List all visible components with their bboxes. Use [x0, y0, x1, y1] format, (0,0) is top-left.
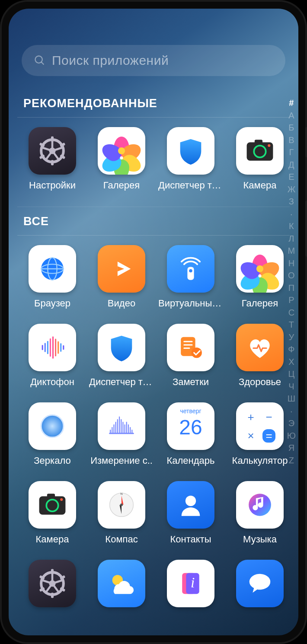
alpha-index-letter[interactable]: О [288, 271, 295, 280]
svg-rect-28 [45, 343, 46, 352]
app-camera[interactable]: Камера [20, 481, 85, 545]
power-button [305, 127, 307, 157]
alpha-index-scrollbar[interactable]: #АБВГДЕЖЗ·КЛМНОПРСТУФХЦЧШ·ЭЮЯZ [287, 99, 296, 465]
svg-line-78 [52, 583, 58, 592]
volume-button [305, 201, 307, 257]
app-label: Здоровье [239, 376, 281, 388]
app-phone-manager[interactable]: Диспетчер телефона [89, 324, 154, 388]
app-mirror[interactable]: Зеркало [20, 402, 85, 466]
alpha-index-letter[interactable]: Р [288, 296, 294, 304]
svg-rect-34 [60, 343, 61, 352]
video-icon [98, 245, 145, 293]
svg-rect-73 [51, 593, 54, 598]
alpha-index-letter[interactable]: В [288, 136, 294, 144]
alpha-index-letter[interactable]: Ц [288, 370, 294, 378]
svg-line-13 [46, 151, 52, 159]
app-contacts[interactable]: Контакты [158, 481, 223, 545]
alpha-index-letter[interactable]: М [288, 246, 295, 255]
alpha-index-letter[interactable]: Ж [288, 185, 295, 194]
svg-rect-58 [47, 494, 55, 497]
tips-icon: i [167, 560, 214, 607]
compass-icon: N [98, 481, 145, 529]
alpha-index-letter[interactable]: З [289, 197, 294, 206]
alpha-index-letter[interactable]: Е [288, 172, 294, 181]
sound-meter-icon [98, 402, 145, 450]
svg-point-40 [192, 348, 202, 358]
camera-icon [236, 127, 284, 175]
alpha-index-letter[interactable]: А [288, 111, 294, 120]
app-recorder[interactable]: Диктофон [20, 324, 85, 388]
alpha-index-letter[interactable]: К [289, 222, 294, 230]
alpha-index-letter[interactable]: Т [289, 320, 294, 329]
app-calculator[interactable]: +−×=Калькулятор [227, 402, 292, 466]
alpha-index-letter[interactable]: П [288, 284, 294, 292]
app-phone-manager[interactable]: Диспетчер телефона [158, 127, 223, 191]
app-camera[interactable]: Камера [227, 127, 292, 191]
app-remote[interactable]: Виртуальный пульт [158, 245, 223, 309]
app-label: Музыка [243, 534, 277, 545]
app-gallery[interactable]: Галерея [227, 245, 292, 309]
app-label: Видео [108, 298, 135, 309]
recorder-icon [29, 324, 76, 371]
app-browser[interactable]: Браузер [20, 245, 85, 309]
alpha-index-letter[interactable]: Я [288, 443, 294, 452]
app-label: Диспетчер телефона [89, 376, 154, 388]
alpha-index-letter[interactable]: Z [289, 456, 294, 465]
svg-rect-33 [58, 341, 59, 354]
svg-rect-38 [183, 344, 192, 345]
svg-rect-39 [183, 348, 190, 349]
app-messages[interactable]: Сообщения [227, 560, 292, 607]
app-settings[interactable]: Настройки [20, 560, 85, 607]
app-label: Измерение с.. [90, 455, 153, 466]
settings-icon [29, 127, 76, 175]
svg-point-66 [185, 496, 196, 506]
app-gallery[interactable]: Галерея [89, 127, 154, 191]
contacts-icon [167, 481, 214, 529]
svg-rect-27 [42, 345, 43, 350]
alpha-index-letter[interactable]: Л [288, 234, 294, 243]
app-weather[interactable]: Погода [89, 560, 154, 607]
alpha-index-letter[interactable]: Ш [288, 394, 295, 403]
phone-manager-icon [98, 324, 145, 371]
app-music[interactable]: Музыка [227, 481, 292, 545]
alpha-index-letter[interactable]: · [290, 407, 293, 415]
app-compass[interactable]: NКомпас [89, 481, 154, 545]
alpha-index-letter[interactable]: Ф [288, 345, 294, 354]
app-label: Камера [243, 180, 277, 191]
app-settings[interactable]: Настройки [20, 127, 85, 191]
alpha-index-letter[interactable]: Н [288, 259, 294, 268]
alpha-index-letter[interactable]: У [289, 333, 294, 341]
app-tips[interactable]: iСоветы [158, 560, 223, 607]
alpha-index-letter[interactable]: # [289, 99, 294, 107]
svg-text:i: i [191, 574, 195, 590]
svg-line-1 [42, 62, 44, 65]
app-label: Браузер [34, 298, 70, 309]
svg-point-0 [35, 56, 42, 63]
svg-point-60 [60, 498, 63, 501]
svg-rect-32 [55, 338, 56, 356]
svg-point-65 [120, 504, 123, 506]
app-video[interactable]: Видео [89, 245, 154, 309]
recommended-grid: НастройкиГалереяДиспетчер телефонаКамера [17, 118, 290, 204]
app-label: Настройки [29, 180, 76, 191]
alpha-index-letter[interactable]: С [288, 308, 294, 317]
alpha-index-letter[interactable]: Г [289, 148, 294, 156]
app-calendar[interactable]: четверг26Календарь [158, 402, 223, 466]
gallery-icon [236, 245, 284, 293]
alpha-index-letter[interactable]: Э [288, 419, 294, 427]
svg-rect-16 [255, 140, 262, 143]
notes-icon [167, 324, 214, 371]
app-notes[interactable]: Заметки [158, 324, 223, 388]
app-sound-meter[interactable]: Измерение с.. [89, 402, 154, 466]
alpha-index-letter[interactable]: · [290, 210, 293, 218]
alpha-index-letter[interactable]: Х [288, 357, 294, 366]
app-label: Диктофон [30, 376, 74, 388]
browser-icon [29, 245, 76, 293]
search-input[interactable]: Поиск приложений [22, 45, 285, 76]
alpha-index-letter[interactable]: Ю [287, 431, 296, 440]
app-label: Диспетчер телефона [158, 180, 223, 191]
alpha-index-letter[interactable]: Д [288, 160, 294, 169]
alpha-index-letter[interactable]: Б [288, 123, 294, 132]
alpha-index-letter[interactable]: Ч [288, 382, 294, 391]
app-health[interactable]: Здоровье [227, 324, 292, 388]
